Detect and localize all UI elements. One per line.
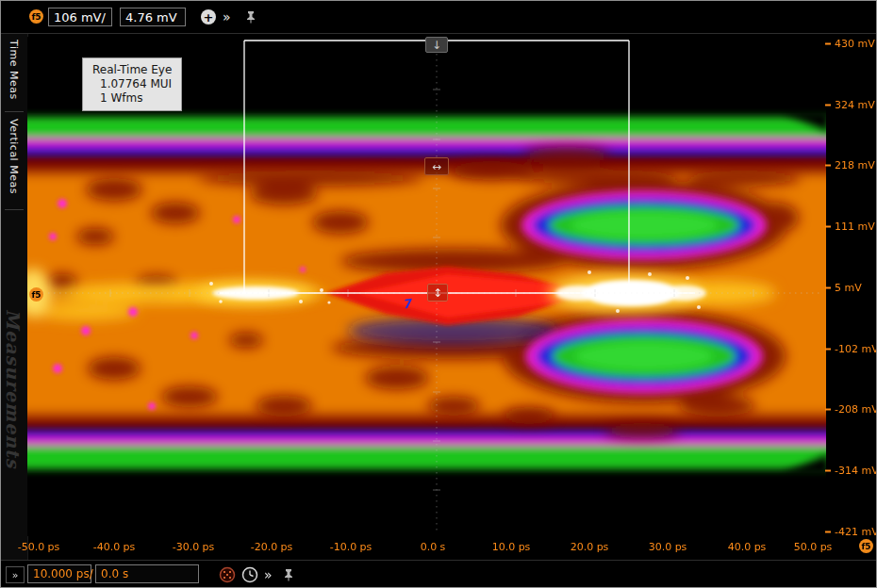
x-axis-label: 40.0 ps [728, 541, 767, 553]
cursor-mark: 7 [402, 296, 412, 311]
realtime-eye-info-box: Real-Time Eye 1.07764 MUI 1 Wfms [82, 57, 182, 111]
pin-icon[interactable] [282, 567, 295, 582]
y-tick [825, 164, 831, 166]
y-tick [825, 469, 831, 471]
vertical-scale-field[interactable]: 106 mV/ [48, 8, 112, 26]
tab-separator [5, 111, 24, 112]
x-axis-label: 0.0 s [421, 541, 446, 553]
x-axis-label: 10.0 ps [492, 541, 531, 553]
x-axis-label: 50.0 ps [794, 541, 833, 553]
y-tick [825, 42, 831, 44]
horizontal-toolbar: » 10.000 ps/ 0.0 s » [1, 560, 876, 588]
x-axis-label: 30.0 ps [649, 541, 687, 553]
horizontal-position-field[interactable]: 0.0 s [95, 564, 199, 583]
tab-separator [5, 209, 24, 210]
y-axis-label: 430 mV [835, 38, 875, 50]
y-tick [825, 348, 831, 350]
acquisition-grid-icon[interactable] [218, 565, 237, 584]
y-axis-label: -208 mV [835, 403, 877, 416]
voltage-axis: 430 mV 324 mV 218 mV 111 mV 5 mV -102 mV… [825, 37, 877, 538]
y-axis-label: 218 mV [835, 159, 875, 172]
y-axis-label: -102 mV [835, 343, 877, 355]
measurement-sidebar: Time Meas Vertical Meas Measurements [1, 34, 28, 560]
channel-ground-marker[interactable]: f5 [29, 287, 43, 302]
y-tick [825, 104, 831, 106]
measurements-watermark: Measurements [3, 309, 24, 469]
vertical-offset-field[interactable]: 4.76 mV [120, 8, 186, 26]
x-axis-label: 20.0 ps [571, 541, 609, 553]
tab-time-meas[interactable]: Time Meas [8, 40, 20, 100]
x-axis-label: -30.0 ps [173, 541, 215, 553]
y-axis-label: -421 mV [835, 526, 877, 538]
waveform-display[interactable]: Real-Time Eye 1.07764 MUI 1 Wfms ↓ ↔ ↕ 7… [27, 37, 826, 536]
info-mui: 1.07764 MUI [92, 77, 172, 91]
timebase-field[interactable]: 10.000 ps/ [27, 564, 91, 583]
vertical-toolbar: f5 106 mV/ 4.76 mV + » [1, 1, 876, 34]
tab-vertical-meas[interactable]: Vertical Meas [8, 119, 20, 194]
expand-panel-chevron[interactable]: » [6, 566, 25, 583]
info-title: Real-Time Eye [92, 63, 172, 77]
info-wfms: 1 Wfms [92, 91, 172, 106]
y-axis-label: 324 mV [835, 99, 875, 111]
y-tick [825, 286, 831, 288]
pin-icon[interactable] [244, 9, 257, 24]
toolbar-more-chevron[interactable]: » [264, 567, 273, 582]
channel-f5-badge[interactable]: f5 [29, 9, 43, 24]
add-channel-button[interactable]: + [201, 9, 216, 24]
time-axis: -50.0 ps -40.0 ps -30.0 ps -20.0 ps -10.… [27, 539, 826, 558]
x-axis-label: -20.0 ps [251, 541, 293, 553]
move-horizontal-icon[interactable]: ↔ [424, 157, 449, 175]
y-axis-label: 5 mV [835, 282, 862, 294]
clock-icon[interactable] [240, 565, 259, 584]
y-tick [825, 408, 831, 410]
x-axis-label: -40.0 ps [93, 541, 136, 553]
oscilloscope-window: f5 106 mV/ 4.76 mV + » Time Meas Vertica… [0, 0, 877, 588]
y-axis-label: 111 mV [835, 220, 875, 233]
corner-f5-badge[interactable]: f5 [859, 539, 873, 553]
x-axis-label: -10.0 ps [330, 541, 372, 553]
y-tick [825, 531, 831, 532]
x-axis-label: -50.0 ps [18, 541, 60, 553]
y-tick [825, 225, 831, 227]
move-vertical-icon[interactable]: ↕ [427, 284, 448, 302]
move-down-icon[interactable]: ↓ [425, 37, 448, 53]
toolbar-more-chevron[interactable]: » [223, 9, 231, 24]
y-axis-label: -314 mV [835, 465, 877, 477]
